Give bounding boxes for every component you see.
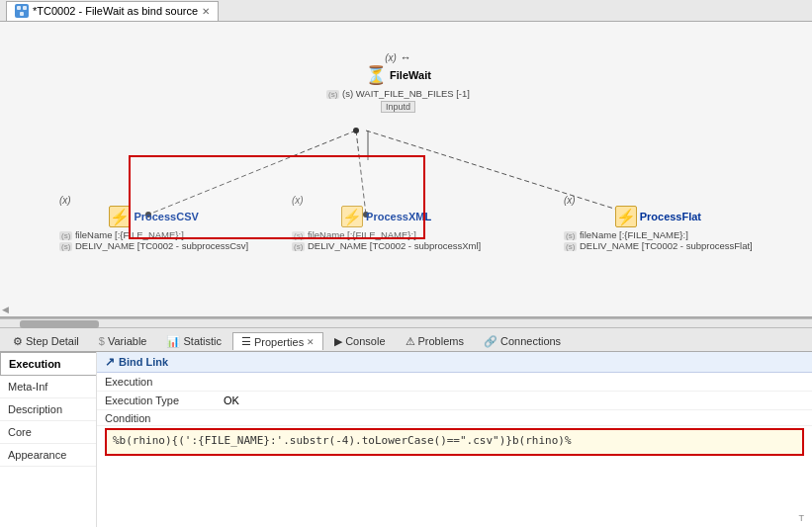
step-detail-icon: ⚙ [13,335,23,348]
resize-handle: T [799,513,805,523]
bind-link-header: ↗ Bind Link [97,352,812,373]
properties-table: Execution Execution Type OK [97,373,812,410]
workflow-icon [15,4,29,18]
title-bar: *TC0002 - FileWait as bind source ✕ [0,0,812,22]
execution-value [216,373,812,392]
tab-statistic-label: Statistic [183,335,222,347]
bind-link-title: Bind Link [119,356,168,368]
bottom-panel: Execution Meta-Inf Description Core Appe… [0,352,812,527]
condition-value: %b(rhino){(':{FILE_NAME}:'.substr(-4).to… [113,434,572,447]
main-tab[interactable]: *TC0002 - FileWait as bind source ✕ [6,1,219,21]
flat-icon: ⚡ [615,206,637,227]
nav-description[interactable]: Description [0,398,96,421]
svg-rect-3 [20,12,24,16]
xml-prop2: (s) DELIV_NAME [TC0002 - subprocessXml] [292,240,481,251]
bind-link-arrow-icon: ↗ [105,355,115,369]
condition-label: Condition [97,410,812,426]
variable-icon: $ [99,335,105,347]
tab-console-label: Console [345,335,385,347]
arrows-icon: ↔ [401,51,411,63]
x-badge-flat: (x) [564,195,576,206]
flat-prop2: (s) DELIV_NAME [TC0002 - subprocessFlat] [564,240,753,251]
canvas-area: (x) ↔ ⏳ FileWait (s) (s) WAIT_FILE_NB_FI… [0,22,812,318]
csv-icon: ⚡ [109,206,131,227]
tab-step-detail-label: Step Detail [26,335,79,347]
tab-variable-label: Variable [108,335,147,347]
x-badge-filewait: (x) [385,52,397,63]
xml-prop1: (s) fileName [:{FILE_NAME}:] [292,229,481,240]
problems-icon: ⚠ [406,335,415,348]
bottom-tabs: ⚙ Step Detail $ Variable 📊 Statistic ☰ P… [0,328,812,352]
svg-rect-2 [23,6,27,10]
filewait-node: (x) ↔ ⏳ FileWait (s) (s) WAIT_FILE_NB_FI… [326,51,470,113]
condition-box[interactable]: %b(rhino){(':{FILE_NAME}:'.substr(-4).to… [105,428,804,456]
canvas-hscrollbar[interactable] [0,318,812,328]
execution-type-label: Execution Type [97,392,216,410]
tab-variable[interactable]: $ Variable [90,332,156,349]
tab-statistic[interactable]: 📊 Statistic [157,332,230,350]
left-nav: Execution Meta-Inf Description Core Appe… [0,352,97,527]
statistic-icon: 📊 [166,335,180,348]
properties-close-icon[interactable]: ✕ [307,337,315,347]
xml-name: ProcessXML [366,211,431,222]
tab-properties[interactable]: ☰ Properties ✕ [232,332,323,350]
nav-meta-inf[interactable]: Meta-Inf [0,376,96,398]
close-icon[interactable]: ✕ [202,6,210,17]
tab-label: *TC0002 - FileWait as bind source [33,5,198,17]
csv-prop1: (s) fileName [:{FILE_NAME}:] [59,229,248,240]
process-csv-node: (x) ⚡ ProcessCSV (s) fileName [:{FILE_NA… [59,195,248,251]
execution-label: Execution [97,373,216,392]
tab-problems[interactable]: ⚠ Problems [397,332,473,350]
hourglass-icon: ⏳ [365,64,387,86]
process-xml-node: (x) ⚡ ProcessXML (s) fileName [:{FILE_NA… [292,195,481,251]
scroll-left-indicator: ◀ [2,305,9,314]
connector-dot-1 [353,128,359,133]
xml-icon: ⚡ [341,206,363,227]
csv-prop2: (s) DELIV_NAME [TC0002 - subprocessCsv] [59,240,248,251]
execution-type-value: OK [216,392,812,410]
connections-icon: 🔗 [484,335,497,348]
right-content: ↗ Bind Link Execution Execution Type OK … [97,352,812,527]
tab-problems-label: Problems [418,335,464,347]
flat-prop1: (s) fileName [:{FILE_NAME}:] [564,229,753,240]
nav-core[interactable]: Core [0,421,96,444]
properties-icon: ☰ [241,335,251,348]
csv-name: ProcessCSV [134,211,198,222]
console-icon: ▶ [334,335,342,348]
hscrollbar-thumb[interactable] [20,320,99,328]
nav-appearance[interactable]: Appearance [0,444,96,467]
x-badge-xml: (x) [292,195,304,206]
row-execution: Execution [97,373,812,392]
flat-name: ProcessFlat [640,211,701,222]
nav-execution[interactable]: Execution [0,352,96,376]
filewait-inputd-label: Inputd [381,101,415,113]
filewait-name: FileWait [390,69,431,81]
tab-connections[interactable]: 🔗 Connections [475,332,570,350]
tab-properties-label: Properties [254,336,304,348]
svg-rect-1 [17,6,21,10]
row-execution-type: Execution Type OK [97,392,812,410]
x-badge-csv: (x) [59,195,71,206]
tab-step-detail[interactable]: ⚙ Step Detail [4,332,88,350]
process-flat-node: (x) ⚡ ProcessFlat (s) fileName [:{FILE_N… [564,195,753,251]
tab-console[interactable]: ▶ Console [325,332,394,350]
tab-connections-label: Connections [500,335,561,347]
filewait-property: (s) (s) WAIT_FILE_NB_FILES [-1] [326,88,470,99]
